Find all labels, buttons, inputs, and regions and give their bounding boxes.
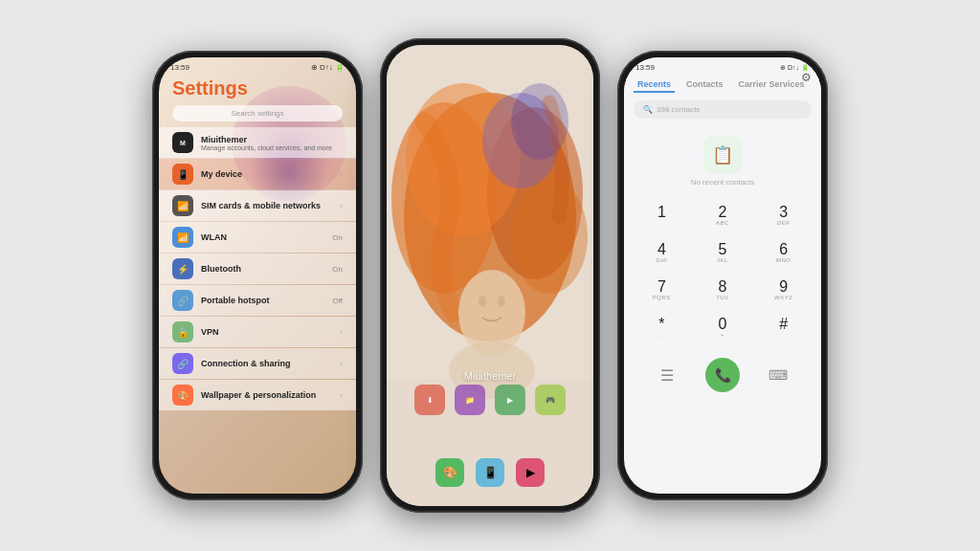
bluetooth-title: Bluetooth [201, 264, 332, 274]
numpad-7[interactable]: 7 PQRS [632, 273, 692, 309]
bluetooth-value: On [332, 265, 343, 274]
vpn-icon: 🔒 [172, 321, 193, 342]
connection-title: Connection & sharing [201, 359, 340, 368]
wlan-icon: 📶 [172, 227, 193, 248]
wallpaper-title: Wallpaper & personalization [201, 390, 340, 400]
dialer-search[interactable]: 🔍 398 contacts [634, 100, 812, 119]
numpad-0[interactable]: 0 + [693, 310, 753, 346]
settings-search[interactable]: Search settings [172, 105, 343, 121]
home-status-bar [387, 45, 593, 56]
hotspot-value: Off [332, 297, 343, 305]
folder-files[interactable]: 📁 [455, 385, 485, 415]
phone-dialer: 13:59 ⊕ D↑↓ 🔋 ⚙ Recents Contacts Carrier… [617, 51, 828, 500]
bluetooth-icon: ⚡ [172, 258, 193, 279]
dialer-time: 13:59 [635, 63, 655, 72]
dialer-keyboard-button[interactable]: ⌨ [761, 358, 795, 392]
dialer-search-icon: 🔍 [643, 105, 653, 114]
settings-status-icons: ⊕ D↑↓ 🔋 [311, 63, 345, 72]
wlan-value: On [332, 233, 343, 242]
numpad-9[interactable]: 9 WXYZ [753, 273, 813, 309]
dialer-menu-button[interactable]: ☰ [650, 358, 684, 392]
mydevice-title: My device [201, 169, 340, 179]
svg-point-10 [498, 296, 505, 307]
home-app-folder-row: ⬇ 📁 ▶ 🎮 [401, 385, 579, 415]
svg-point-5 [511, 179, 588, 294]
numpad-3[interactable]: 3 DEF [753, 198, 813, 234]
vpn-arrow: › [340, 327, 343, 337]
settings-item-connection[interactable]: 🔗 Connection & sharing › [159, 348, 356, 379]
phone-home: Miuithemer ⬇ 📁 ▶ 🎮 🎨 📱 ▶ [380, 38, 600, 513]
home-wallpaper-art [387, 45, 593, 506]
settings-item-miuithemer[interactable]: M Miuithemer Manage accounts, cloud serv… [159, 127, 356, 158]
sim-title: SIM cards & mobile networks [201, 201, 340, 210]
dialer-empty-icon: 📋 [703, 136, 742, 174]
dialer-empty-text: No recent contacts [691, 178, 755, 187]
settings-item-bluetooth[interactable]: ⚡ Bluetooth On [159, 253, 356, 284]
numpad-1[interactable]: 1 [632, 198, 692, 234]
dialer-call-button[interactable]: 📞 [705, 358, 740, 392]
miuithemer-icon: M [172, 132, 193, 153]
numpad-8[interactable]: 8 TUV [693, 273, 753, 309]
settings-item-wlan[interactable]: 📶 WLAN On [159, 222, 356, 253]
sim-arrow: › [340, 201, 343, 210]
settings-title: Settings [159, 74, 356, 101]
svg-point-9 [479, 296, 486, 307]
tab-carrier-services[interactable]: Carrier Services [735, 77, 809, 93]
tab-contacts[interactable]: Contacts [682, 77, 727, 93]
sim-icon: 📶 [172, 195, 193, 216]
dialer-settings-icon[interactable]: ⚙ [801, 71, 812, 84]
mydevice-arrow: › [340, 169, 343, 179]
dialer-status-bar: 13:59 ⊕ D↑↓ 🔋 [624, 57, 821, 74]
numpad: 1 2 ABC 3 DEF 4 GHI 5 JKL [632, 198, 813, 346]
settings-item-mydevice[interactable]: 📱 My device › [159, 159, 356, 189]
hotspot-title: Portable hotspot [201, 296, 332, 305]
vpn-title: VPN [201, 327, 340, 337]
folder-lime[interactable]: 🎮 [535, 385, 566, 415]
tab-recents[interactable]: Recents [634, 77, 675, 93]
numpad-6[interactable]: 6 MNO [753, 235, 813, 272]
mydevice-icon: 📱 [172, 164, 193, 185]
numpad-5[interactable]: 5 JKL [693, 235, 753, 272]
connection-icon: 🔗 [172, 353, 193, 374]
phone-settings: 13:59 ⊕ D↑↓ 🔋 Settings Search settings M… [152, 51, 363, 500]
numpad-hash[interactable]: # [753, 310, 813, 346]
numpad-4[interactable]: 4 GHI [632, 235, 692, 272]
hotspot-icon: 🔗 [172, 290, 193, 311]
folder-downloads[interactable]: ⬇ [414, 385, 445, 415]
dialer-empty-state: 📋 No recent contacts [624, 122, 821, 194]
connection-arrow: › [340, 359, 343, 368]
wlan-title: WLAN [201, 232, 332, 242]
wallpaper-icon: 🎨 [172, 385, 193, 406]
home-app-label: Miuithemer [387, 370, 593, 382]
dialer-tabs: Recents Contacts Carrier Services [624, 74, 821, 97]
miuithemer-title: Miuithemer [201, 135, 343, 144]
settings-item-hotspot[interactable]: 🔗 Portable hotspot Off [159, 285, 356, 316]
settings-item-sim[interactable]: 📶 SIM cards & mobile networks › [159, 190, 356, 221]
dock-arrow-icon[interactable]: ▶ [516, 458, 545, 487]
wallpaper-arrow: › [340, 390, 343, 400]
miuithemer-sub: Manage accounts, cloud services, and mor… [201, 144, 343, 151]
folder-game[interactable]: ▶ [495, 385, 525, 415]
settings-item-wallpaper[interactable]: 🎨 Wallpaper & personalization › [159, 380, 356, 410]
dock-theme-icon[interactable]: 🎨 [435, 458, 464, 487]
dialer-bottom-bar: ☰ 📞 ⌨ [624, 350, 821, 400]
settings-time: 13:59 [170, 63, 189, 72]
dock-phone-icon[interactable]: 📱 [476, 458, 504, 487]
numpad-star[interactable]: * , [632, 310, 692, 346]
home-dock: 🎨 📱 ▶ [435, 458, 545, 487]
settings-item-vpn[interactable]: 🔒 VPN › [159, 317, 356, 347]
numpad-2[interactable]: 2 ABC [693, 198, 753, 234]
settings-status-bar: 13:59 ⊕ D↑↓ 🔋 [159, 57, 356, 74]
dialer-search-placeholder: 398 contacts [657, 105, 700, 114]
